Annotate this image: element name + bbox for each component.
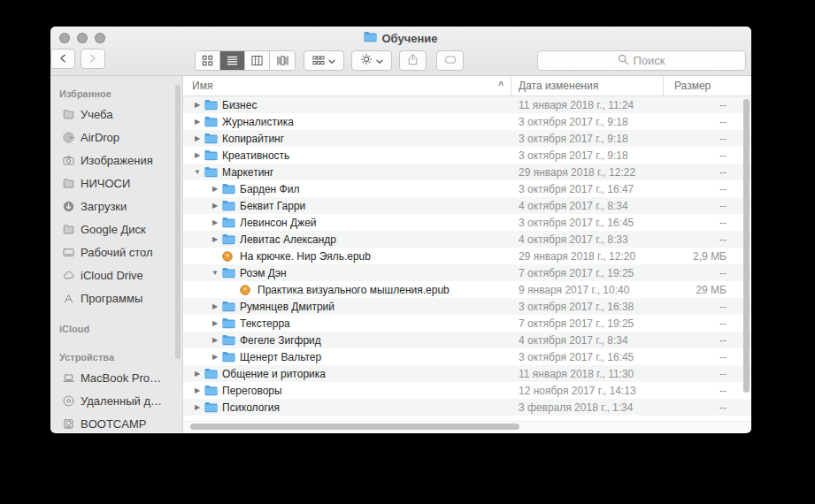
sidebar-section-title: iCloud (50, 318, 182, 338)
desktop-icon (61, 247, 75, 258)
sidebar-item-удаленный-д-[interactable]: Удаленный д… (50, 389, 182, 412)
file-size: -- (664, 385, 751, 397)
table-row[interactable]: ▶Психология3 февраля 2018 г., 1:34-- (183, 399, 751, 416)
table-row[interactable]: ▶Креативность3 октября 2017 г., 9:18-- (183, 147, 751, 164)
disclosure-triangle-icon[interactable]: ▶ (190, 152, 204, 159)
file-size: -- (664, 317, 751, 330)
sidebar-item-airdrop[interactable]: AirDrop (50, 126, 182, 149)
disclosure-triangle-icon[interactable]: ▶ (190, 102, 204, 109)
disclosure-triangle-icon[interactable]: ▼ (190, 169, 204, 176)
disclosure-triangle-icon[interactable]: ▶ (208, 186, 222, 193)
folder-blue-icon (204, 368, 222, 379)
folder-icon (61, 224, 75, 235)
sidebar-item-рабочий-стол[interactable]: Рабочий стол (50, 241, 182, 263)
column-header-size[interactable]: Размер (664, 76, 751, 95)
sidebar-item-google-диск[interactable]: Google Диск (50, 218, 182, 241)
folder-icon (364, 31, 377, 45)
folder-blue-icon (204, 133, 222, 144)
table-row[interactable]: ▶Журналистика3 октября 2017 г., 9:18-- (183, 113, 751, 130)
file-size: -- (664, 267, 751, 279)
folder-blue-icon (204, 166, 222, 178)
disclosure-triangle-icon[interactable]: ▶ (190, 370, 204, 378)
window-title-area: Обучение (50, 30, 751, 46)
view-columns-button[interactable] (245, 51, 270, 70)
table-row[interactable]: На крючке. Нир Эяль.epub29 января 2018 г… (183, 248, 751, 264)
sidebar-item-label: Удаленный д… (81, 394, 162, 408)
share-button[interactable] (399, 50, 427, 71)
table-row[interactable]: ▶Общение и риторика11 января 2018 г., 11… (183, 365, 751, 382)
table-row[interactable]: ▶Румянцев Дмитрий3 октября 2017 г., 16:3… (183, 298, 751, 315)
search-input[interactable]: Поиск (537, 50, 746, 71)
sidebar-item-ничоси[interactable]: НИЧОСИ (50, 172, 182, 195)
table-row[interactable]: ▶Левитас Александр4 октября 2017 г., 8:3… (183, 231, 751, 248)
disclosure-triangle-icon[interactable]: ▶ (190, 118, 204, 126)
table-row[interactable]: ▶Копирайтинг3 октября 2017 г., 9:18-- (183, 130, 751, 147)
disclosure-triangle-icon[interactable]: ▶ (208, 219, 222, 226)
table-row[interactable]: ▶Текстерра7 октября 2017 г., 19:25-- (183, 315, 751, 332)
view-list-button[interactable] (220, 51, 245, 70)
disclosure-triangle-icon[interactable]: ▶ (208, 320, 222, 327)
group-by-button[interactable] (304, 50, 344, 71)
sidebar-item-icloud-drive[interactable]: iCloud Drive (50, 263, 182, 286)
sidebar-item-учеба[interactable]: Учеба (50, 103, 182, 126)
sidebar-item-изображения[interactable]: Изображения (50, 149, 182, 172)
disclosure-triangle-icon[interactable]: ▶ (190, 404, 204, 411)
file-size: -- (664, 351, 751, 363)
file-date-modified: 3 октября 2017 г., 16:45 (511, 217, 664, 229)
disclosure-triangle-icon[interactable]: ▶ (190, 135, 204, 142)
file-name: Креативность (222, 149, 289, 162)
sidebar-item-label: AirDrop (81, 131, 119, 144)
table-row[interactable]: ▶Переговоры12 ноября 2017 г., 14:13-- (183, 382, 751, 399)
forward-button[interactable] (81, 49, 105, 69)
toolbar: Поиск (50, 49, 751, 75)
table-row[interactable]: ▶Щенерт Вальтер3 октября 2017 г., 16:45-… (183, 348, 751, 365)
disclosure-triangle-icon[interactable]: ▼ (208, 270, 222, 277)
sidebar-item-программы[interactable]: Программы (50, 286, 182, 309)
file-name: Левитас Александр (240, 233, 336, 246)
disclosure-triangle-icon[interactable]: ▶ (190, 387, 204, 394)
disclosure-triangle-icon[interactable]: ▶ (208, 236, 222, 243)
back-button[interactable] (50, 49, 75, 69)
action-menu-button[interactable] (351, 50, 392, 71)
table-row[interactable]: Практика визуального мышления.epub9 янва… (183, 281, 751, 298)
tag-button[interactable] (436, 50, 464, 71)
file-size: -- (664, 301, 751, 313)
file-size: -- (664, 149, 751, 162)
disclosure-triangle-icon[interactable]: ▶ (208, 354, 222, 361)
disclosure-triangle-icon[interactable]: ▶ (208, 202, 222, 210)
column-header-date[interactable]: Дата изменения (511, 76, 664, 95)
file-size: -- (664, 166, 751, 179)
sidebar-item-bootcamp[interactable]: BOOTCAMP (50, 412, 182, 433)
gear-icon (360, 53, 373, 69)
vertical-scrollbar[interactable] (743, 99, 750, 393)
table-row[interactable]: ▼Роэм Дэн7 октября 2017 г., 19:25-- (183, 264, 751, 281)
table-row[interactable]: ▶Барден Фил3 октября 2017 г., 16:47-- (183, 180, 751, 197)
table-row[interactable]: ▼Маркетинг29 января 2018 г., 12:22-- (183, 164, 751, 180)
disclosure-triangle-icon[interactable]: ▶ (208, 337, 222, 344)
column-name-label: Имя (192, 80, 212, 92)
column-header-name[interactable]: Имя ^ (183, 76, 511, 95)
file-size: -- (664, 200, 751, 212)
file-size: -- (664, 401, 751, 414)
sidebar-item-загрузки[interactable]: Загрузки (50, 195, 182, 218)
sidebar-scrollbar[interactable] (175, 85, 181, 359)
folder-blue-icon (222, 317, 240, 329)
view-icons-button[interactable] (196, 51, 220, 70)
folder-blue-icon (204, 385, 222, 396)
table-row[interactable]: ▶Фегеле Зигфрид4 октября 2017 г., 8:34-- (183, 332, 751, 348)
horizontal-scrollbar[interactable] (190, 424, 519, 430)
table-row[interactable]: ▶Бизнес11 января 2018 г., 11:24-- (183, 96, 751, 113)
table-row[interactable]: ▶Левинсон Джей3 октября 2017 г., 16:45-- (183, 214, 751, 231)
file-name: Фегеле Зигфрид (240, 334, 321, 347)
table-row[interactable]: ▶Беквит Гарри4 октября 2017 г., 8:34-- (183, 197, 751, 214)
airdrop-icon (61, 132, 75, 143)
file-date-modified: 9 января 2017 г., 10:40 (511, 284, 664, 296)
view-gallery-button[interactable] (270, 51, 295, 70)
disclosure-triangle-icon[interactable]: ▶ (208, 303, 222, 310)
file-date-modified: 3 октября 2017 г., 9:18 (511, 133, 664, 145)
file-size: -- (664, 368, 751, 380)
search-icon (618, 54, 628, 67)
file-date-modified: 29 января 2018 г., 12:22 (511, 166, 664, 179)
sidebar-item-macbook-pro-[interactable]: MacBook Pro… (50, 366, 182, 389)
file-date-modified: 11 января 2018 г., 11:30 (511, 368, 664, 380)
